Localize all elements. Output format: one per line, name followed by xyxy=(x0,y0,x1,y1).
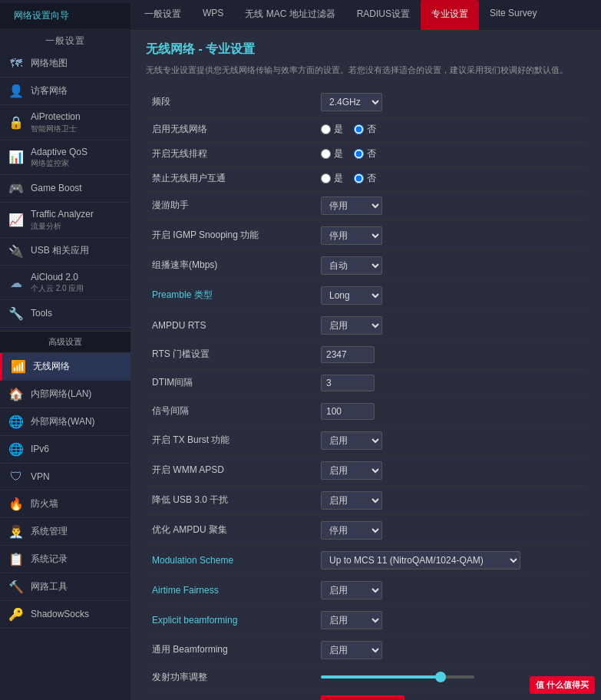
slider-tx-power[interactable] xyxy=(321,675,474,679)
select-roaming-assist[interactable]: 停用 启用 xyxy=(321,196,382,215)
label-frequency: 频段 xyxy=(146,88,315,117)
radio-no-roaming[interactable]: 否 xyxy=(354,147,376,160)
sidebar-item-wireless[interactable]: 📶 无线网络 xyxy=(0,353,130,381)
select-tx-burst[interactable]: 启用 停用 xyxy=(321,431,382,450)
select-igmp[interactable]: 停用 启用 xyxy=(321,226,382,245)
wireless-label: 无线网络 xyxy=(33,361,70,373)
radio-enable-wireless: 是 否 xyxy=(321,123,580,136)
sidebar-item-tools[interactable]: 🔧 Tools xyxy=(0,300,130,328)
radio-yes-wireless[interactable]: 是 xyxy=(321,123,343,136)
game-icon: 🎮 xyxy=(8,181,25,196)
sidebar-item-vpn[interactable]: 🛡 VPN xyxy=(0,464,130,490)
select-region[interactable]: United States China Japan Europe xyxy=(321,695,405,701)
label-ampdu-aggr: 优化 AMPDU 聚集 xyxy=(146,515,315,545)
sidebar-item-usb[interactable]: 🔌 USB 相关应用 xyxy=(0,238,130,266)
sidebar-item-network-tools[interactable]: 🔨 网路工具 xyxy=(0,573,130,601)
firewall-label: 防火墙 xyxy=(31,498,58,510)
input-rts-threshold[interactable] xyxy=(321,346,375,363)
radio-no-comm[interactable]: 否 xyxy=(354,172,376,185)
aiprotection-sublabel: 智能网络卫士 xyxy=(31,124,81,134)
label-ampdu-rts: AMPDU RTS xyxy=(146,310,315,340)
sidebar-item-ipv6[interactable]: 🌐 IPv6 xyxy=(0,436,130,464)
tab-radius[interactable]: RADIUS设置 xyxy=(346,0,421,30)
row-wmm-apsd: 开启 WMM APSD 启用 停用 xyxy=(146,455,586,485)
sidebar-item-aiprotection[interactable]: 🔒 AiProtection 智能网络卫士 xyxy=(0,105,130,140)
sidebar-item-game-boost[interactable]: 🎮 Game Boost xyxy=(0,175,130,203)
row-multicast-rate: 组播速率(Mbps) 自动 xyxy=(146,250,586,280)
label-enable-wireless: 启用无线网络 xyxy=(146,117,315,141)
section2-title: 高级设置 xyxy=(0,331,130,353)
wan-label: 外部网络(WAN) xyxy=(31,416,95,428)
label-usb-interference: 降低 USB 3.0 干扰 xyxy=(146,485,315,515)
label-modulation: Modulation Scheme xyxy=(146,545,315,575)
input-beacon-interval[interactable] xyxy=(321,403,375,420)
radio-disable-comm: 是 否 xyxy=(321,172,580,185)
radio-roaming: 是 否 xyxy=(321,147,580,160)
nav-network-setup[interactable]: 网络设置向导 xyxy=(8,8,75,24)
value-modulation: Up to MCS 11 (NitroQAM/1024-QAM) xyxy=(315,545,586,575)
row-disable-user-comm: 禁止无线用户互通 是 否 xyxy=(146,166,586,190)
select-ampdu-aggr[interactable]: 停用 启用 xyxy=(321,521,382,540)
sidebar-item-network-map[interactable]: 🗺 网络地图 xyxy=(0,51,130,78)
lan-label: 内部网络(LAN) xyxy=(31,388,91,401)
traffic-icon: 📈 xyxy=(8,213,25,227)
sidebar-item-shadowsocks[interactable]: 🔑 ShadowSocks xyxy=(0,601,130,629)
sidebar-item-wan[interactable]: 🌐 外部网络(WAN) xyxy=(0,408,130,436)
select-usb-interference[interactable]: 启用 停用 xyxy=(321,491,382,510)
label-dtim: DTIM间隔 xyxy=(146,368,315,397)
syslog-label: 系统记录 xyxy=(31,553,68,566)
usb-icon: 🔌 xyxy=(8,244,25,259)
aiprotection-icon: 🔒 xyxy=(8,115,25,130)
sidebar-item-traffic-analyzer[interactable]: 📈 Traffic Analyzer 流量分析 xyxy=(0,203,130,238)
nettools-label: 网路工具 xyxy=(31,581,68,593)
value-beacon-interval xyxy=(315,397,586,425)
row-dtim: DTIM间隔 xyxy=(146,368,586,397)
sidebar-item-guest-network[interactable]: 👤 访客网络 xyxy=(0,78,130,105)
select-modulation[interactable]: Up to MCS 11 (NitroQAM/1024-QAM) xyxy=(321,551,520,570)
sidebar-item-lan[interactable]: 🏠 内部网络(LAN) xyxy=(0,381,130,408)
qos-label: Adaptive QoS xyxy=(31,147,88,159)
tab-wps[interactable]: WPS xyxy=(192,0,234,30)
value-tx-burst: 启用 停用 xyxy=(315,425,586,455)
select-universal-beamforming[interactable]: 启用 停用 xyxy=(321,641,382,659)
shadowsocks-icon: 🔑 xyxy=(8,607,25,622)
tab-site-survey[interactable]: Site Survey xyxy=(479,0,547,30)
label-roaming-assist: 漫游助手 xyxy=(146,190,315,220)
select-explicit-beamforming[interactable]: 启用 停用 xyxy=(321,611,382,629)
value-roaming: 是 否 xyxy=(315,141,586,166)
tab-mac-filter[interactable]: 无线 MAC 地址过滤器 xyxy=(234,0,345,30)
select-preamble[interactable]: Long Short xyxy=(321,286,382,305)
value-wmm-apsd: 启用 停用 xyxy=(315,455,586,485)
main-content: 一般设置 WPS 无线 MAC 地址过滤器 RADIUS设置 专业设置 Site… xyxy=(130,0,601,700)
radio-yes-comm[interactable]: 是 xyxy=(321,172,343,185)
ipv6-icon: 🌐 xyxy=(8,442,25,457)
sidebar-item-syslog[interactable]: 📋 系统记录 xyxy=(0,546,130,573)
radio-no-wireless[interactable]: 否 xyxy=(354,123,376,136)
row-universal-beamforming: 通用 Beamforming 启用 停用 xyxy=(146,635,586,665)
sidebar-item-firewall[interactable]: 🔥 防火墙 xyxy=(0,490,130,518)
radio-yes-roaming[interactable]: 是 xyxy=(321,147,343,160)
sidebar-item-admin[interactable]: 👨‍💼 系统管理 xyxy=(0,518,130,546)
select-airtime-fairness[interactable]: 启用 停用 xyxy=(321,581,382,599)
value-enable-wireless: 是 否 xyxy=(315,117,586,141)
value-universal-beamforming: 启用 停用 xyxy=(315,635,586,665)
top-nav[interactable]: 网络设置向导 xyxy=(0,3,130,28)
select-frequency[interactable]: 2.4GHz 5GHz xyxy=(321,93,382,111)
tab-general[interactable]: 一般设置 xyxy=(134,0,192,30)
nettools-icon: 🔨 xyxy=(8,579,25,594)
select-ampdu-rts[interactable]: 启用 停用 xyxy=(321,316,382,335)
settings-table: 频段 2.4GHz 5GHz 启用无线网络 xyxy=(146,88,586,701)
label-igmp: 开启 IGMP Snooping 功能 xyxy=(146,220,315,250)
select-multicast-rate[interactable]: 自动 xyxy=(321,256,382,275)
section1-title: 一般设置 xyxy=(0,28,130,51)
watermark: 值 什么值得买 xyxy=(530,676,595,694)
page-description: 无线专业设置提供您无线网络传输与效率方面的设置。若您没有选择适合的设置，建议采用… xyxy=(146,64,586,77)
tab-professional[interactable]: 专业设置 xyxy=(421,0,479,30)
traffic-sublabel: 流量分析 xyxy=(31,221,94,231)
lan-icon: 🏠 xyxy=(8,387,25,401)
sidebar-item-adaptive-qos[interactable]: 📊 Adaptive QoS 网络监控家 xyxy=(0,140,130,176)
wireless-icon: 📶 xyxy=(10,359,27,374)
select-wmm-apsd[interactable]: 启用 停用 xyxy=(321,461,382,480)
input-dtim[interactable] xyxy=(321,375,375,391)
sidebar-item-aicloud[interactable]: ☁ AiCloud 2.0 个人云 2.0 应用 xyxy=(0,266,130,301)
